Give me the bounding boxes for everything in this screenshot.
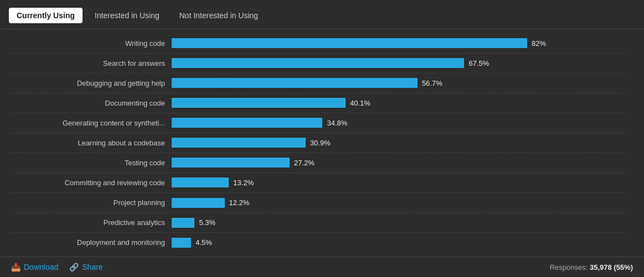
bar-fill [172,238,191,248]
bar-row: Deployment and monitoring4.5% [11,236,627,250]
bar-track: 30.9% [172,138,627,148]
bar-fill [172,78,418,88]
row-divider [11,173,627,173]
main-container: Currently UsingInterested in UsingNot In… [0,0,644,277]
responses-count: 35,978 [590,263,614,271]
bar-fill [172,58,464,68]
bar-row: Documenting code40.1% [11,96,627,110]
responses-label: Responses: [550,263,590,271]
bar-row: Project planning12.2% [11,196,627,210]
tab-not-interested-in-using[interactable]: Not Interested in Using [172,8,266,23]
bar-row: Predictive analytics5.3% [11,216,627,230]
bar-fill [172,218,194,228]
row-divider [11,133,627,133]
bar-fill [172,158,290,168]
tab-bar: Currently UsingInterested in UsingNot In… [0,0,644,29]
row-divider [11,153,627,153]
bar-track: 4.5% [172,238,627,248]
bar-row: Testing code27.2% [11,155,627,170]
bar-label: Debugging and getting help [11,79,172,87]
bar-track: 40.1% [172,98,627,108]
bar-row: Search for answers67.5% [11,56,627,70]
bar-pct-label: 34.8% [327,119,347,127]
share-label: Share [82,263,102,271]
row-divider [11,192,627,193]
bar-pct-label: 4.5% [195,238,212,247]
bar-pct-label: 5.3% [199,218,215,227]
bar-track: 56.7% [172,78,627,88]
bar-label: Writing code [11,39,172,48]
bar-pct-label: 82% [532,39,546,48]
share-icon: 🔗 [69,263,79,271]
tab-currently-using[interactable]: Currently Using [9,8,83,23]
download-label: Download [24,263,58,271]
chart-area: Writing code82%Search for answers67.5%De… [0,29,644,257]
download-icon: 📥 [11,263,20,271]
share-button[interactable]: 🔗 Share [69,263,102,271]
bar-track: 34.8% [172,118,627,128]
bar-track: 67.5% [172,58,627,68]
bar-fill [172,98,346,108]
responses-pct: (55%) [614,263,633,271]
bar-label: Generating content or syntheti... [11,119,172,127]
bar-pct-label: 27.2% [294,159,315,167]
row-divider [11,93,627,93]
responses-info: Responses: 35,978 (55%) [550,263,633,271]
bar-row: Debugging and getting help56.7% [11,76,627,90]
bar-label: Documenting code [11,99,172,107]
bar-pct-label: 13.2% [233,179,254,187]
row-divider [11,113,627,113]
tab-interested-in-using[interactable]: Interested in Using [87,8,167,23]
bar-row: Generating content or syntheti...34.8% [11,116,627,130]
bar-fill [172,38,527,48]
bar-label: Testing code [11,159,172,167]
row-divider [11,232,627,233]
bar-pct-label: 40.1% [350,99,370,107]
row-divider [11,73,627,74]
bar-label: Search for answers [11,59,172,67]
bar-row: Committing and reviewing code13.2% [11,175,627,190]
bar-fill [172,177,229,187]
bar-label: Deployment and monitoring [11,238,172,247]
bar-pct-label: 56.7% [422,79,442,87]
bar-track: 13.2% [172,177,627,187]
bar-pct-label: 67.5% [468,59,489,67]
bar-row: Writing code82% [11,36,627,50]
bar-track: 5.3% [172,218,627,228]
bar-fill [172,198,225,208]
bar-track: 27.2% [172,158,627,168]
bar-label: Committing and reviewing code [11,179,172,187]
download-button[interactable]: 📥 Download [11,263,58,271]
bar-label: Learning about a codebase [11,139,172,147]
bar-fill [172,118,322,128]
bar-track: 12.2% [172,198,627,208]
footer: 📥 Download 🔗 Share Responses: 35,978 (55… [0,257,644,277]
row-divider [11,212,627,213]
bar-track: 82% [172,38,627,48]
bar-fill [172,138,306,148]
bar-row: Learning about a codebase30.9% [11,135,627,150]
bar-pct-label: 12.2% [229,198,250,207]
bar-label: Project planning [11,198,172,207]
bar-label: Predictive analytics [11,218,172,227]
footer-actions: 📥 Download 🔗 Share [11,263,103,271]
row-divider [11,53,627,54]
bar-pct-label: 30.9% [310,139,331,147]
